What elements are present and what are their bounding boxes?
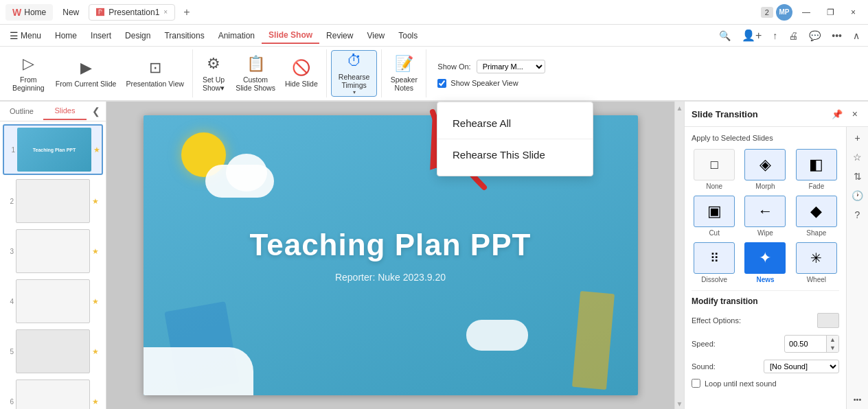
slide-item[interactable]: 1 Teaching Plan PPT ★ — [3, 124, 103, 175]
transition-cut[interactable]: ▣ Cut — [692, 196, 737, 237]
from-current-slide-button[interactable]: ▶ From Current Slide — [52, 50, 121, 97]
slide-item[interactable]: 5 ★ — [3, 327, 103, 375]
hide-slide-icon: 🚫 — [292, 59, 310, 77]
more-button[interactable]: ••• — [826, 27, 847, 44]
presentation-view-button[interactable]: ⊡ Presentation View — [122, 50, 187, 97]
slide-item[interactable]: 6 ★ — [3, 377, 103, 409]
menu-item-transitions[interactable]: Transitions — [157, 28, 211, 43]
transition-shape[interactable]: ◆ Shape — [794, 196, 839, 237]
show-on-select[interactable]: Primary M... — [477, 60, 545, 73]
menu-item-tools[interactable]: Tools — [391, 28, 424, 43]
sound-select[interactable]: [No Sound] — [764, 360, 839, 373]
transition-dissolve[interactable]: ⠿ Dissolve — [692, 242, 737, 283]
menu-item-home[interactable]: Home — [48, 28, 84, 43]
panel-icon-help[interactable]: ? — [855, 209, 860, 220]
transition-wheel[interactable]: ✳ Wheel — [794, 242, 839, 283]
effect-options-box[interactable] — [817, 313, 839, 328]
transition-morph[interactable]: ◈ Morph — [742, 149, 788, 190]
speaker-notes-button[interactable]: 📝 SpeakerNotes — [386, 50, 422, 97]
menu-item-review[interactable]: Review — [319, 28, 360, 43]
scroll-down-arrow[interactable]: ▼ — [675, 399, 685, 409]
custom-slide-shows-button[interactable]: 📋 CustomSlide Shows — [231, 50, 279, 97]
speed-input[interactable] — [785, 338, 826, 349]
slide-item[interactable]: 2 ★ — [3, 177, 103, 225]
hide-slide-button[interactable]: 🚫 Hide Slide — [281, 50, 322, 97]
ribbon-group-speaker: 📝 SpeakerNotes — [382, 49, 426, 97]
transition-wipe[interactable]: ← Wipe — [742, 196, 788, 237]
menu-item-view[interactable]: View — [360, 28, 391, 43]
transition-none[interactable]: □ None — [692, 149, 737, 190]
menu-item-slideshow[interactable]: Slide Show — [262, 27, 319, 44]
menu-item-design[interactable]: Design — [118, 28, 157, 43]
sound-label: Sound: — [692, 362, 716, 371]
transition-morph-thumb: ◈ — [744, 149, 786, 180]
rehearse-dropdown-arrow: ▾ — [353, 89, 356, 95]
ribbon-group-show-on: Show On: Primary M... Show Speaker View — [426, 49, 556, 97]
slide-thumbnail — [16, 279, 90, 323]
speed-label: Speed: — [692, 340, 716, 348]
print-button[interactable]: 🖨 — [783, 27, 803, 44]
speed-up-arrow[interactable]: ▲ — [827, 336, 838, 344]
scroll-up-arrow[interactable]: ▲ — [675, 103, 685, 113]
from-beginning-icon: ▷ — [23, 55, 34, 73]
collapse-ribbon-button[interactable]: ∧ — [847, 27, 865, 44]
minimize-button[interactable]: — — [795, 5, 817, 20]
slides-tab[interactable]: Slides — [43, 102, 87, 120]
right-panel: Slide Transition 📌 × Apply to Selected S… — [684, 102, 868, 409]
slides-list: 1 Teaching Plan PPT ★ 2 ★ 3 ★ 4 — [0, 121, 106, 409]
menu-btn[interactable]: ☰ Menu — [3, 27, 48, 44]
show-on-row: Show On: Primary M... — [437, 60, 545, 73]
slide-item[interactable]: 3 ★ — [3, 227, 103, 275]
panel-close-icon[interactable]: × — [849, 107, 861, 121]
panel-main: Apply to Selected Slides □ None ◈ Morph — [685, 127, 846, 409]
transition-fade[interactable]: ◧ Fade — [794, 149, 839, 190]
transition-news[interactable]: ✦ News — [742, 242, 788, 283]
menu-item-animation[interactable]: Animation — [212, 28, 262, 43]
speed-down-arrow[interactable]: ▼ — [827, 344, 838, 352]
export-button[interactable]: ↑ — [767, 27, 783, 44]
add-tab-button[interactable]: + — [178, 3, 195, 21]
panel-icon-add[interactable]: + — [854, 132, 860, 143]
comment-button[interactable]: 💬 — [803, 27, 826, 44]
close-tab-icon[interactable]: × — [163, 8, 168, 16]
panel-icon-filter[interactable]: ⇅ — [854, 171, 862, 182]
panel-icon-more[interactable]: ••• — [854, 395, 862, 404]
show-speaker-view-checkbox[interactable] — [437, 79, 446, 88]
restore-button[interactable]: ❐ — [820, 5, 841, 20]
close-button[interactable]: × — [844, 5, 863, 20]
slide-item[interactable]: 4 ★ — [3, 277, 103, 325]
slide-thumbnail — [16, 179, 90, 223]
panel-icon-star[interactable]: ☆ — [853, 152, 862, 163]
show-speaker-view-row: Show Speaker View — [437, 79, 545, 88]
slide-number: 6 — [4, 398, 14, 406]
star-icon: ★ — [93, 145, 100, 154]
transition-cut-thumb: ▣ — [694, 196, 735, 227]
new-tab[interactable]: New — [56, 5, 86, 20]
presentation-file-tab[interactable]: 🅿 Presentation1 × — [89, 4, 175, 21]
collapse-sidebar-button[interactable]: ❮ — [87, 102, 106, 121]
share-button[interactable]: 👤+ — [736, 26, 767, 45]
rehearse-this-slide-item[interactable]: Rehearse This Slide — [437, 139, 593, 170]
file-tab-label: Presentation1 — [108, 8, 159, 17]
set-up-show-button[interactable]: ⚙ Set UpShow▾ — [197, 50, 230, 97]
panel-pin-icon[interactable]: 📌 — [828, 108, 846, 121]
home-tab[interactable]: W Home — [5, 4, 53, 21]
rehearse-all-item[interactable]: Rehearse All — [437, 108, 593, 139]
from-beginning-button[interactable]: ▷ FromBeginning — [7, 50, 50, 97]
panel-icon-history[interactable]: 🕐 — [852, 190, 863, 201]
user-avatar: MP — [776, 4, 792, 21]
star-icon: ★ — [92, 397, 99, 406]
loop-checkbox[interactable] — [692, 379, 700, 388]
star-icon: ★ — [92, 297, 99, 306]
cloud-decoration-1 — [205, 165, 274, 198]
menu-item-insert[interactable]: Insert — [84, 28, 118, 43]
modify-transition-section: Modify transition Effect Options: Speed:… — [692, 296, 839, 388]
show-on-label: Show On: — [437, 62, 470, 71]
file-icon: 🅿 — [96, 8, 104, 17]
rehearse-timings-button[interactable]: ⏱ RehearseTimings ▾ — [331, 50, 378, 97]
outline-tab[interactable]: Outline — [0, 103, 43, 119]
transition-wipe-thumb: ← — [744, 196, 786, 227]
ribbon-group-rehearse: ⏱ RehearseTimings ▾ — [327, 49, 382, 97]
star-icon: ★ — [92, 247, 99, 256]
transition-fade-thumb: ◧ — [796, 149, 837, 180]
